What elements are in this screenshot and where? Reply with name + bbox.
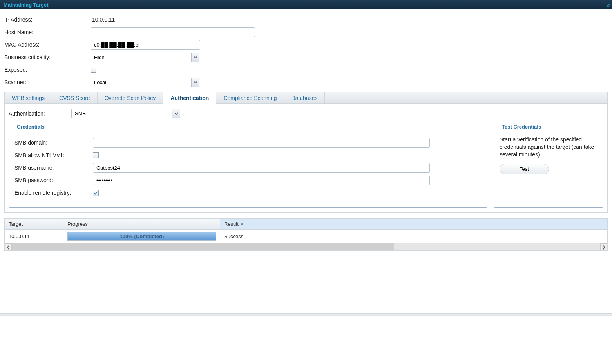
exposed-checkbox[interactable] <box>91 67 96 73</box>
smb-username-input[interactable] <box>93 163 430 173</box>
horizontal-scrollbar[interactable]: ❮ ❯ <box>5 243 607 250</box>
test-credentials-fieldset: Test Credentials Start a verification of… <box>494 124 603 208</box>
cell-result: Success <box>220 231 607 242</box>
business-criticality-combo[interactable] <box>91 53 200 62</box>
exposed-label: Exposed: <box>4 67 91 73</box>
window-title: Maintaining Target <box>4 2 49 8</box>
scanner-value[interactable] <box>91 78 191 87</box>
maintaining-target-window: Maintaining Target IP Address: 10.0.0.11… <box>0 0 612 316</box>
column-header-progress[interactable]: Progress <box>63 219 220 229</box>
enable-remote-registry-label: Enable remote registry: <box>14 190 93 196</box>
tab-compliance-scanning[interactable]: Compliance Scanning <box>216 92 284 103</box>
test-credentials-legend: Test Credentials <box>500 124 543 130</box>
column-header-result-label: Result <box>224 221 239 227</box>
window-body: IP Address: 10.0.0.11 Host Name: MAC Add… <box>0 9 612 313</box>
business-criticality-label: Business criticality: <box>4 54 91 60</box>
smb-password-label: SMB password: <box>14 177 93 183</box>
grid-header: Target Progress Result <box>5 219 607 230</box>
authentication-panel: Authentication: Credentials SMB domain: <box>4 104 608 213</box>
tab-authentication[interactable]: Authentication <box>163 92 216 104</box>
sort-ascending-icon <box>240 221 244 227</box>
mac-address-input[interactable] <box>91 40 200 50</box>
window-titlebar: Maintaining Target <box>0 0 612 9</box>
scroll-right-icon[interactable]: ❯ <box>600 243 607 250</box>
ip-address-label: IP Address: <box>4 16 91 23</box>
ip-address-value: 10.0.0.11 <box>91 16 116 24</box>
cell-progress: 100% (Completed) <box>63 230 220 243</box>
smb-ntlmv1-checkbox[interactable] <box>93 152 99 158</box>
tab-databases[interactable]: Databases <box>284 92 325 103</box>
tab-strip: WEB settings CVSS Score Override Scan Po… <box>4 92 608 104</box>
restore-window-icon[interactable] <box>606 2 611 8</box>
smb-username-label: SMB username: <box>14 165 93 171</box>
chevron-down-icon[interactable] <box>191 78 199 87</box>
chevron-down-icon[interactable] <box>172 109 180 118</box>
authentication-value[interactable] <box>72 109 172 118</box>
scanner-label: Scanner: <box>4 79 91 85</box>
credentials-fieldset: Credentials SMB domain: SMB allow NTLMv1… <box>9 124 487 208</box>
tab-cvss-score[interactable]: CVSS Score <box>52 92 98 103</box>
progress-bar: 100% (Completed) <box>67 232 216 241</box>
tab-override-scan-policy[interactable]: Override Scan Policy <box>98 92 163 103</box>
table-row[interactable]: 10.0.0.11 100% (Completed) Success <box>5 230 607 243</box>
empty-area <box>4 251 608 313</box>
chevron-down-icon[interactable] <box>191 53 199 62</box>
results-grid: Target Progress Result 10.0.0.11 100% (C… <box>4 218 608 251</box>
scroll-track[interactable] <box>12 243 600 250</box>
host-name-input[interactable] <box>91 27 255 37</box>
column-header-target[interactable]: Target <box>5 219 63 229</box>
smb-domain-input[interactable] <box>93 138 430 148</box>
mac-address-label: MAC Address: <box>4 42 91 48</box>
authentication-label: Authentication: <box>9 110 71 117</box>
test-credentials-text: Start a verification of the specified cr… <box>500 136 598 158</box>
business-criticality-value[interactable] <box>91 53 191 62</box>
window-footer <box>0 313 612 316</box>
authentication-combo[interactable] <box>71 109 181 118</box>
tab-web-settings[interactable]: WEB settings <box>5 92 52 103</box>
cell-target: 10.0.0.11 <box>5 231 63 242</box>
svg-rect-1 <box>607 5 609 6</box>
host-name-label: Host Name: <box>4 29 91 35</box>
scroll-left-icon[interactable]: ❮ <box>5 243 12 250</box>
progress-text: 100% (Completed) <box>68 232 216 240</box>
credentials-legend: Credentials <box>14 124 47 130</box>
scanner-combo[interactable] <box>91 78 200 87</box>
column-header-result[interactable]: Result <box>220 219 607 229</box>
smb-ntlmv1-label: SMB allow NTLMv1: <box>14 152 93 158</box>
smb-domain-label: SMB domain: <box>14 139 93 146</box>
enable-remote-registry-checkbox[interactable] <box>93 190 99 196</box>
test-button[interactable]: Test <box>500 164 549 174</box>
scroll-thumb[interactable] <box>12 243 394 250</box>
smb-password-input[interactable] <box>93 176 430 185</box>
